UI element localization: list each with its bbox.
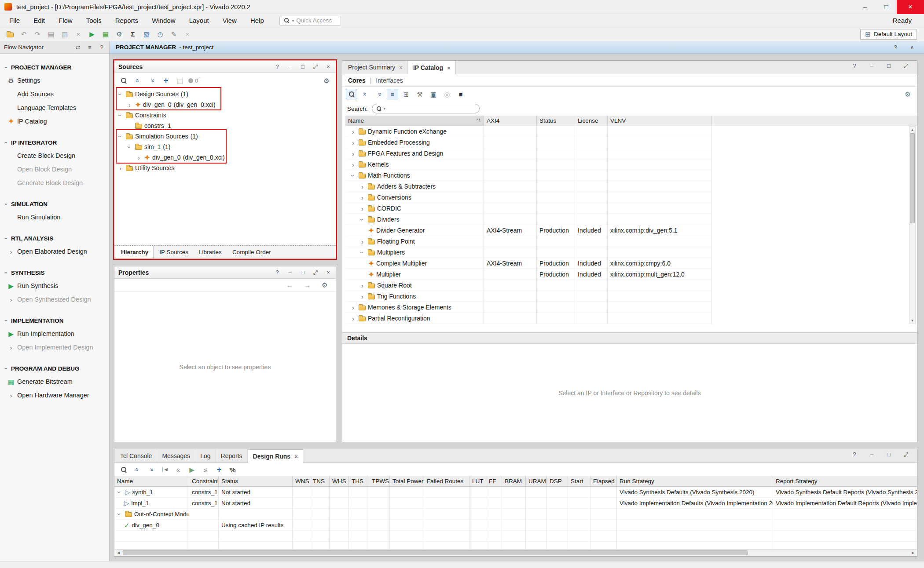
expand-closed-icon[interactable]: › [350, 150, 356, 157]
flow-section-header-project-manager[interactable]: ›PROJECT MANAGER [0, 61, 109, 73]
ip-row-multipliers[interactable]: ›Multipliers [345, 247, 917, 258]
hierarchy-icon[interactable]: ⊞ [400, 89, 412, 99]
launch-icon[interactable]: ▶ [186, 464, 198, 475]
column-header-lut[interactable]: LUT [469, 476, 486, 487]
flow-section-header-rtl-analysis[interactable]: ›RTL ANALYSIS [0, 232, 109, 244]
wrench-icon[interactable]: ⚒ [414, 89, 425, 99]
column-header-vlnv[interactable]: VLNV [608, 116, 712, 126]
column-header-status[interactable]: Status [537, 116, 575, 126]
column-header-ths[interactable]: THS [349, 476, 369, 487]
design-run-row-out-of-context-module-runs[interactable]: ›Out-of-Context Module Runs [114, 509, 917, 520]
maximize-icon[interactable]: ⤢ [900, 449, 912, 459]
menu-edit[interactable]: Edit [28, 17, 51, 24]
tab-log[interactable]: Log [195, 449, 216, 462]
expand-closed-icon[interactable]: › [359, 282, 366, 289]
column-header-ff[interactable]: FF [486, 476, 502, 487]
minimize-icon[interactable]: – [866, 449, 877, 459]
minimize-icon[interactable]: – [286, 269, 293, 276]
column-header-failed-routes[interactable]: Failed Routes [424, 476, 469, 487]
tree-item-sim-1[interactable]: ›sim_1 (1) [114, 142, 336, 152]
tab-cores[interactable]: Cores [348, 77, 366, 84]
design-run-row-div-gen-0[interactable]: ✓div_gen_0Using cached IP results [114, 520, 917, 531]
menu-layout[interactable]: Layout [183, 17, 215, 24]
help-icon[interactable]: ? [849, 449, 860, 459]
ip-vertical-scrollbar[interactable]: ▲ ▼ [909, 126, 916, 324]
maximize-button[interactable]: □ [876, 0, 897, 14]
package-icon[interactable]: ▣ [428, 89, 439, 99]
undo-icon[interactable]: ↶ [18, 29, 29, 40]
expand-open-icon[interactable]: › [4, 269, 9, 276]
redo-icon[interactable]: ↷ [32, 29, 43, 40]
close-icon[interactable]: × [399, 64, 403, 71]
tab-tcl-console[interactable]: Tcl Console [115, 449, 157, 462]
expand-open-icon[interactable]: › [4, 317, 9, 324]
column-header-elapsed[interactable]: Elapsed [590, 476, 617, 487]
maximize-icon[interactable]: ⤢ [312, 269, 319, 276]
expand-open-icon[interactable]: › [116, 511, 123, 517]
horizontal-scrollbar[interactable]: ◀ ▶ [115, 549, 917, 556]
settings-icon[interactable]: ⚙ [319, 280, 330, 291]
tab-messages[interactable]: Messages [157, 449, 195, 462]
column-header-axi4[interactable]: AXI4 [484, 116, 537, 126]
step-back-icon[interactable]: « [172, 464, 184, 475]
search-icon[interactable] [118, 75, 129, 86]
search-icon[interactable] [346, 89, 357, 99]
ip-row-cordic[interactable]: ›CORDIC [345, 203, 917, 214]
stop-icon[interactable]: ■ [455, 89, 466, 99]
sidebar-item-settings[interactable]: ⚙Settings [0, 73, 109, 87]
expand-closed-icon[interactable]: › [359, 293, 366, 300]
tree-item-utility-sources[interactable]: ›Utility Sources [114, 163, 336, 173]
scrollbar-thumb[interactable] [123, 550, 748, 555]
ip-row-trig-functions[interactable]: ›Trig Functions [345, 291, 917, 302]
collapse-all-icon[interactable]: « [132, 75, 143, 86]
expand-open-icon[interactable]: › [4, 64, 9, 71]
expand-closed-icon[interactable]: › [126, 102, 133, 108]
column-header-tns[interactable]: TNS [310, 476, 330, 487]
collapse-icon[interactable]: ∧ [906, 42, 918, 53]
menu-tools[interactable]: Tools [81, 17, 107, 24]
column-header-wns[interactable]: WNS [293, 476, 310, 487]
expand-all-icon[interactable]: « [373, 89, 385, 99]
scroll-up-icon[interactable]: ▲ [909, 127, 915, 133]
expand-open-icon[interactable]: › [116, 489, 123, 495]
column-header-license[interactable]: License [575, 116, 608, 126]
tab-interfaces[interactable]: Interfaces [376, 77, 403, 84]
column-header-total-power[interactable]: Total Power [390, 476, 424, 487]
sidebar-item-run-synthesis[interactable]: ▶Run Synthesis [0, 279, 109, 292]
scroll-left-icon[interactable]: ◀ [115, 551, 122, 555]
tab-project-summary[interactable]: Project Summary× [343, 61, 408, 74]
expand-closed-icon[interactable]: › [350, 315, 356, 322]
sidebar-item-generate-block-design[interactable]: Generate Block Design [0, 176, 109, 189]
settings-icon[interactable]: ⚙ [321, 75, 332, 86]
tab-libraries[interactable]: Libraries [194, 246, 227, 259]
flow-section-header-program-and-debug[interactable]: ›PROGRAM AND DEBUG [0, 362, 109, 375]
float-icon[interactable]: □ [299, 63, 306, 70]
minimize-icon[interactable]: – [866, 60, 877, 71]
flow-section-header-ip-integrator[interactable]: ›IP INTEGRATOR [0, 136, 109, 149]
expand-closed-icon[interactable]: › [350, 304, 356, 311]
sidebar-item-ip-catalog[interactable]: IP Catalog [0, 114, 109, 128]
run-icon[interactable]: ▶ [86, 29, 98, 40]
sidebar-item-open-elaborated-design[interactable]: ›Open Elaborated Design [0, 244, 109, 258]
flow-section-header-simulation[interactable]: ›SIMULATION [0, 198, 109, 210]
group-icon[interactable]: ≡ [387, 89, 398, 99]
target-icon[interactable]: ◎ [441, 89, 453, 99]
ip-row-complex-multiplier[interactable]: Complex MultiplierAXI4-StreamProductionI… [345, 258, 917, 269]
expand-open-icon[interactable]: › [126, 144, 133, 150]
help-icon[interactable]: ? [274, 269, 281, 276]
tab-reports[interactable]: Reports [216, 449, 248, 462]
close-icon[interactable]: × [325, 63, 332, 70]
close-icon[interactable]: × [325, 269, 332, 276]
help-icon[interactable]: ? [849, 60, 860, 71]
float-icon[interactable]: □ [299, 269, 306, 276]
expand-open-icon[interactable]: › [4, 139, 9, 146]
expand-open-icon[interactable]: › [350, 172, 356, 179]
sidebar-item-open-synthesized-design[interactable]: ›Open Synthesized Design [0, 292, 109, 306]
sidebar-item-create-block-design[interactable]: Create Block Design [0, 149, 109, 162]
scrollbar-thumb[interactable] [910, 133, 915, 223]
expand-closed-icon[interactable]: › [350, 161, 356, 168]
scroll-right-icon[interactable]: ▶ [909, 551, 917, 555]
expand-open-icon[interactable]: › [117, 133, 124, 140]
minimize-button[interactable]: – [854, 0, 876, 14]
float-icon[interactable]: □ [883, 449, 895, 459]
